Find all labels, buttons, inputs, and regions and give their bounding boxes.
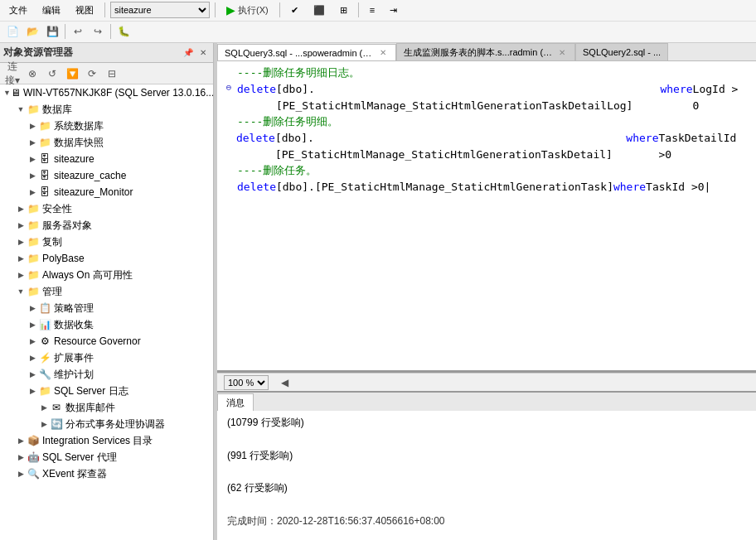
tree-item[interactable]: ▶✉数据库邮件 (0, 399, 213, 416)
tree-item[interactable]: ▶📊数据收集 (0, 316, 213, 333)
tree-toggle[interactable]: ▶ (15, 436, 27, 445)
tree-toggle[interactable]: ▼ (15, 287, 27, 296)
undo-btn[interactable]: ↩ (69, 23, 87, 40)
refresh-all-button[interactable]: ⟳ (83, 65, 101, 82)
tree-toggle[interactable]: ▶ (15, 254, 27, 263)
tree-toggle[interactable]: ▶ (15, 470, 27, 478)
tree-toggle[interactable]: ▶ (27, 138, 38, 147)
tree-toggle[interactable]: ▶ (27, 188, 38, 196)
execute-button[interactable]: ▶ 执行(X) (220, 1, 274, 19)
redo-btn[interactable]: ↪ (89, 23, 107, 40)
results-tab[interactable]: 消息 (217, 393, 254, 411)
database-selector[interactable]: siteazure (110, 2, 210, 18)
tab-close-button[interactable]: ✕ (556, 46, 568, 58)
tree-item[interactable]: ▼🖥WIN-VT657NKJK8F (SQL Server 13.0.16... (0, 84, 213, 101)
tree-item[interactable]: ▶📁复制 (0, 234, 213, 250)
tree-toggle[interactable]: ▶ (27, 155, 38, 163)
debug-btn[interactable]: 🐛 (114, 23, 133, 40)
panel-header: 对象资源管理器 📌 ✕ (0, 43, 213, 63)
tree-item[interactable]: ▶🔧维护计划 (0, 366, 213, 383)
tree-item-label: SQL Server 日志 (54, 384, 128, 398)
open-file-btn[interactable]: 📂 (23, 23, 41, 40)
tree-toggle[interactable]: ▶ (27, 354, 38, 362)
tree-toggle[interactable]: ▶ (15, 205, 27, 213)
close-panel-button[interactable]: ✕ (196, 46, 210, 60)
tree-item[interactable]: ▶📋策略管理 (0, 300, 213, 316)
tree-toggle[interactable]: ▶ (15, 238, 27, 246)
main-area: 对象资源管理器 📌 ✕ 连接▾ ⊗ ↺ 🔽 ⟳ ⊟ ▼🖥WIN-VT657NKJ… (0, 43, 756, 540)
tab-label: SQLQuery2.sql - ... (583, 47, 661, 57)
comment-button[interactable]: ≡ (364, 1, 380, 19)
disconnect-button[interactable]: ⊗ (23, 65, 41, 82)
collapse-button[interactable]: ⊟ (103, 65, 121, 82)
indent-button[interactable]: ⇥ (384, 1, 403, 19)
connect-button[interactable]: 连接▾ (3, 65, 22, 82)
editor-tab[interactable]: 生成监测服务表的脚本.s...radmin (55))*✕ (396, 43, 575, 60)
tree-item-icon: 📁 (27, 235, 40, 248)
edit-menu[interactable]: 编辑 (36, 1, 66, 19)
tree-item[interactable]: ▶📁Always On 高可用性 (0, 267, 213, 283)
tree-item[interactable]: ▼📁数据库 (0, 101, 213, 118)
tab-close-button[interactable]: ✕ (377, 47, 389, 59)
tree-toggle[interactable]: ▶ (15, 271, 27, 279)
tree-toggle[interactable]: ▶ (15, 221, 27, 229)
tree-item[interactable]: ▶🗄siteazure (0, 151, 213, 167)
save-btn[interactable]: 💾 (43, 23, 61, 40)
tree-toggle[interactable]: ▶ (27, 337, 38, 345)
tree-toggle[interactable]: ▼ (3, 89, 11, 97)
parse-button[interactable]: ⬛ (308, 1, 331, 19)
tree-toggle[interactable]: ▶ (27, 304, 38, 312)
refresh-button[interactable]: ↺ (43, 65, 61, 82)
tree-toggle[interactable]: ▶ (15, 453, 27, 461)
tree-item[interactable]: ▶🤖SQL Server 代理 (0, 449, 213, 465)
tree-item-label: 服务器对象 (42, 219, 92, 233)
tree-item-icon: 📋 (38, 301, 51, 315)
view-menu[interactable]: 视图 (70, 1, 99, 19)
code-token: TaskId >0| (646, 179, 710, 195)
query-editor[interactable]: ----删除任务明细日志。⊖delete [dbo].[PE_StaticHtm… (217, 61, 756, 373)
tree-item[interactable]: ▶🗄siteazure_cache (0, 167, 213, 184)
code-token: TaskDetailId >0 (658, 130, 749, 162)
stop-button[interactable]: ✔ (285, 1, 304, 19)
tree-toggle[interactable]: ▶ (38, 403, 50, 412)
tree-toggle[interactable]: ▶ (27, 321, 38, 329)
tree-toggle[interactable]: ▶ (27, 122, 38, 130)
object-explorer-panel: 对象资源管理器 📌 ✕ 连接▾ ⊗ ↺ 🔽 ⟳ ⊟ ▼🖥WIN-VT657NKJ… (0, 43, 214, 540)
tree-toggle[interactable]: ▶ (27, 387, 38, 395)
tree-item[interactable]: ▶⚡扩展事件 (0, 350, 213, 366)
results-button[interactable]: ⊞ (334, 1, 353, 19)
zoom-out-btn[interactable]: ◀ (275, 374, 293, 391)
zoom-select[interactable]: 100 % (224, 375, 269, 390)
tree-item-icon: 📦 (27, 434, 40, 447)
tree-item[interactable]: ▶📦Integration Services 目录 (0, 432, 213, 449)
tree-toggle[interactable]: ▼ (15, 105, 27, 113)
explorer-toolbar: 连接▾ ⊗ ↺ 🔽 ⟳ ⊟ (0, 63, 213, 84)
tree-item[interactable]: ▶📁数据库快照 (0, 134, 213, 151)
tree-item[interactable]: ▶📁系统数据库 (0, 118, 213, 134)
result-message: 完成时间：2020-12-28T16:56:37.4056616+08:00 (227, 513, 746, 531)
tree-item[interactable]: ▶📁服务器对象 (0, 217, 213, 234)
tree-toggle[interactable]: ▶ (27, 171, 38, 180)
code-token: delete (237, 81, 276, 98)
file-menu[interactable]: 文件 (3, 1, 33, 19)
tree-toggle[interactable]: ▶ (38, 420, 50, 428)
editor-tab[interactable]: SQLQuery2.sql - ... (575, 43, 668, 60)
connect-label: 连接▾ (4, 60, 21, 88)
tree-item[interactable]: ▶🔄分布式事务处理协调器 (0, 416, 213, 432)
tree-item[interactable]: ▼📁管理 (0, 283, 213, 300)
tree-item[interactable]: ▶📁安全性 (0, 200, 213, 217)
tree-item-label: 维护计划 (54, 368, 94, 382)
result-message: (62 行受影响) (227, 480, 746, 498)
tree-item[interactable]: ▶⚙Resource Governor (0, 333, 213, 350)
editor-tab[interactable]: SQLQuery3.sql - ...spoweradmin (68))*✕ (217, 44, 396, 61)
filter-button[interactable]: 🔽 (63, 65, 81, 82)
tree-item[interactable]: ▶📁PolyBase (0, 250, 213, 267)
tree-item[interactable]: ▶🔍XEvent 探查器 (0, 465, 213, 482)
tree-item[interactable]: ▶🗄siteazure_Monitor (0, 184, 213, 200)
tree-toggle[interactable]: ▶ (27, 370, 38, 378)
pin-button[interactable]: 📌 (182, 46, 195, 60)
tree-item[interactable]: ▶📁SQL Server 日志 (0, 383, 213, 399)
new-query-btn[interactable]: 📄 (3, 23, 22, 40)
tree-item-label: 扩展事件 (54, 351, 94, 365)
code-line: ----删除任务明细日志。 (224, 65, 749, 81)
